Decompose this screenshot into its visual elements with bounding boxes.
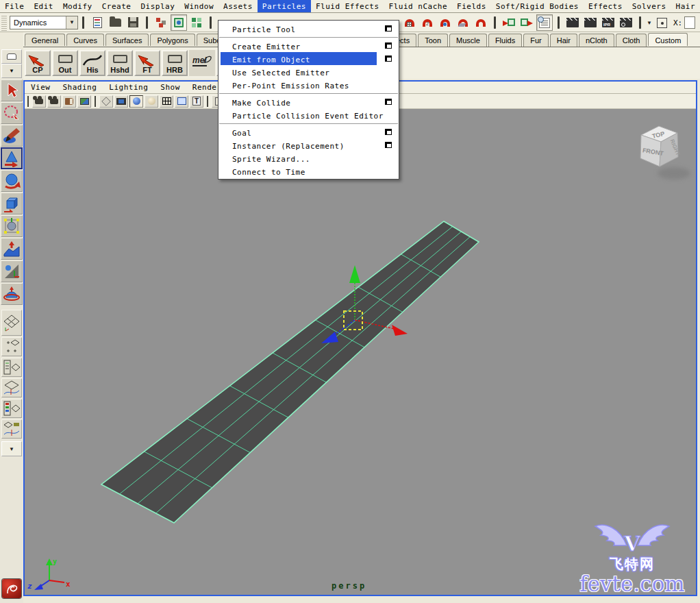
polygon-plane-mesh[interactable] <box>101 221 479 523</box>
menu-item-particle-tool[interactable]: Particle Tool <box>218 22 399 35</box>
menu-edit[interactable]: Edit <box>29 0 59 12</box>
menu-display[interactable]: Display <box>136 0 180 12</box>
menu-hair[interactable]: Hair <box>671 0 700 12</box>
status-separator[interactable] <box>82 16 84 29</box>
menu-item-particle-collision-event-editor[interactable]: Particle Collision Event Editor <box>218 108 399 121</box>
snap-view-plane-button[interactable] <box>473 14 489 31</box>
chevron-down-icon[interactable]: ▼ <box>647 20 652 26</box>
shelf-item-his[interactable]: His <box>79 50 105 76</box>
view-cube[interactable]: TOP FRONT RIGHT <box>640 126 690 180</box>
menu-item-use-selected-emitter[interactable]: Use Selected Emitter <box>218 65 399 78</box>
last-tool-used[interactable] <box>1 283 23 305</box>
panel-menu-show[interactable]: Show <box>154 82 186 93</box>
select-component-button[interactable] <box>188 14 205 31</box>
menu-file[interactable]: File <box>0 0 29 12</box>
status-line-grip[interactable] <box>1 14 7 31</box>
snap-grid-button[interactable] <box>401 14 418 31</box>
manip-x-handle[interactable] <box>392 325 408 336</box>
option-box-icon[interactable] <box>385 25 392 32</box>
select-object-button[interactable] <box>171 14 187 31</box>
menu-fluid-effects[interactable]: Fluid Effects <box>311 0 384 12</box>
viewport-canvas[interactable]: TOP FRONT RIGHT y z x persp <box>25 109 696 595</box>
rotate-tool[interactable] <box>1 170 23 192</box>
smooth-shade-button[interactable] <box>129 95 143 108</box>
menu-solvers[interactable]: Solvers <box>627 0 671 12</box>
shelf-item-hshd[interactable]: Hshd <box>107 50 133 76</box>
lasso-select-tool[interactable] <box>1 102 23 124</box>
shelf-item-cp[interactable]: CP <box>25 50 51 76</box>
output-connections-button[interactable] <box>518 14 535 31</box>
default-material-button[interactable] <box>145 95 158 108</box>
shelf-tab-surfaces[interactable]: Surfaces <box>105 34 149 46</box>
render-settings-button[interactable] <box>618 14 634 31</box>
shelf-tab-ncloth[interactable]: nCloth <box>579 34 614 47</box>
shelf-tab-fur[interactable]: Fur <box>523 34 549 47</box>
select-hierarchy-button[interactable] <box>153 14 169 31</box>
open-scene-button[interactable] <box>107 14 123 31</box>
snap-point-button[interactable] <box>437 14 453 31</box>
render-view-button[interactable] <box>564 14 581 31</box>
menu-item-make-collide[interactable]: Make Collide <box>218 95 399 108</box>
layout-shortcuts-menu-button[interactable]: ▼ <box>1 441 22 456</box>
construction-history-button[interactable] <box>536 14 553 31</box>
chevron-down-icon[interactable]: ▼ <box>66 16 77 29</box>
shelf-item-out[interactable]: Out <box>52 50 78 76</box>
shelf-tab-cloth[interactable]: Cloth <box>616 34 647 47</box>
shaded-display-button[interactable] <box>114 95 128 108</box>
render-current-frame-button[interactable] <box>582 14 599 31</box>
option-box-icon[interactable] <box>385 142 392 148</box>
menu-set-selector[interactable]: Dynamics ▼ <box>10 16 78 29</box>
soft-modification-tool[interactable] <box>1 238 23 260</box>
x-coordinate-input[interactable] <box>684 16 695 29</box>
select-camera-button[interactable] <box>32 95 46 108</box>
menu-item-goal[interactable]: Goal <box>218 125 399 138</box>
menu-effects[interactable]: Effects <box>584 0 627 12</box>
shelf-tab-hair[interactable]: Hair <box>550 34 577 47</box>
show-manipulator-tool[interactable] <box>1 260 23 282</box>
option-box-icon[interactable] <box>385 99 392 105</box>
menu-item-connect-to-time[interactable]: Connect to Time <box>218 164 399 177</box>
shelf-tab-general[interactable]: General <box>25 34 65 46</box>
shelf-tab-toon[interactable]: Toon <box>418 34 448 47</box>
persp-curve-layout-button[interactable] <box>1 419 22 439</box>
new-scene-button[interactable] <box>89 14 105 31</box>
universal-manipulator-tool[interactable] <box>1 215 23 237</box>
panel-menu-lighting[interactable]: Lighting <box>103 82 154 93</box>
shelf-tab-fluids[interactable]: Fluids <box>488 34 522 47</box>
shelf-tab-polygons[interactable]: Polygons <box>150 34 195 46</box>
menu-item-create-emitter[interactable]: Create Emitter <box>218 39 399 52</box>
menu-assets[interactable]: Assets <box>218 0 258 12</box>
shelf-item-ft[interactable]: FT <box>134 50 160 76</box>
move-tool[interactable] <box>1 147 23 169</box>
shelf-tab-menu-button[interactable] <box>1 49 22 64</box>
snap-projected-center-button[interactable] <box>455 14 471 31</box>
save-scene-button[interactable] <box>125 14 141 31</box>
shelf-item-hrb[interactable]: HRB <box>162 50 188 76</box>
particle-display-button[interactable] <box>175 95 188 108</box>
select-tool[interactable] <box>1 79 23 101</box>
shelf-tab-custom[interactable]: Custom <box>648 33 688 46</box>
ipr-render-button[interactable]: IPR <box>600 14 616 31</box>
menu-particles[interactable]: Particles <box>258 0 311 12</box>
texture-display-button[interactable] <box>160 95 173 108</box>
menu-fluid-ncache[interactable]: Fluid nCache <box>384 0 452 12</box>
panel-menu-view[interactable]: View <box>25 82 57 93</box>
wireframe-display-button[interactable] <box>99 95 113 108</box>
single-pane-layout-button[interactable] <box>1 310 22 336</box>
four-pane-layout-button[interactable] <box>1 337 22 356</box>
manip-y-handle[interactable] <box>349 265 360 283</box>
menu-soft-rigid-bodies[interactable]: Soft/Rigid Bodies <box>491 0 584 12</box>
camera-attributes-button[interactable] <box>47 95 61 108</box>
hypershade-persp-layout-button[interactable] <box>1 399 22 418</box>
shelf-menu-button[interactable]: ▼ <box>1 64 22 78</box>
image-plane-button[interactable] <box>77 95 91 108</box>
menu-item-instancer-replacement[interactable]: Instancer (Replacement) <box>218 138 399 151</box>
menu-create[interactable]: Create <box>97 0 136 12</box>
menu-window[interactable]: Window <box>179 0 218 12</box>
status-separator[interactable] <box>146 16 148 29</box>
menu-item-sprite-wizard[interactable]: Sprite Wizard... <box>218 151 399 164</box>
input-connections-button[interactable] <box>501 14 517 31</box>
menu-item-emit-from-object[interactable]: Emit from Object <box>218 52 399 65</box>
shelf-item-mel[interactable]: mel <box>189 50 215 76</box>
option-box-icon[interactable] <box>385 129 392 135</box>
